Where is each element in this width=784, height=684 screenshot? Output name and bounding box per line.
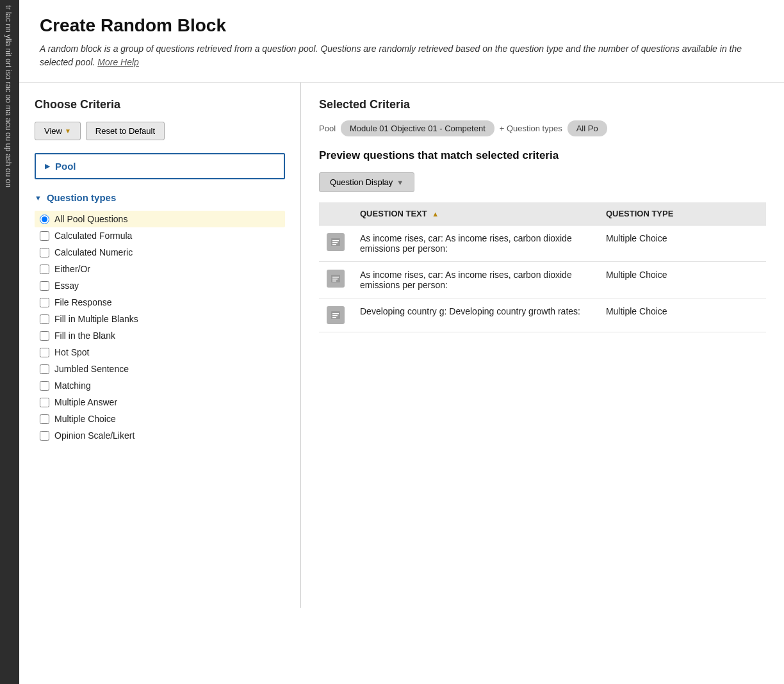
svg-rect-3 bbox=[332, 244, 336, 245]
question-types-section: ▼ Question types All Pool Questions Calc… bbox=[35, 187, 285, 444]
row-icon-cell bbox=[319, 298, 352, 332]
criteria-pills: Pool Module 01 Objective 01 - Competent … bbox=[319, 120, 766, 136]
choose-criteria-panel: Choose Criteria View ▼ Reset to Default … bbox=[19, 83, 301, 608]
essay-checkbox[interactable] bbox=[40, 281, 49, 291]
pool-label: Pool bbox=[319, 124, 336, 133]
multiple-choice-checkbox[interactable] bbox=[40, 414, 49, 424]
question-types-value-pill[interactable]: All Po bbox=[568, 120, 607, 136]
list-item[interactable]: Multiple Choice bbox=[35, 411, 285, 427]
main-content: Create Random Block A random block is a … bbox=[19, 0, 784, 684]
fill-in-blank-label[interactable]: Fill in the Blank bbox=[54, 330, 115, 341]
svg-rect-2 bbox=[332, 242, 338, 243]
col-header-question-type: QUESTION TYPE bbox=[598, 202, 766, 225]
jumbled-sentence-label[interactable]: Jumbled Sentence bbox=[54, 364, 129, 374]
question-display-arrow-icon: ▼ bbox=[396, 179, 404, 186]
calculated-numeric-checkbox[interactable] bbox=[40, 248, 49, 257]
either-or-checkbox[interactable] bbox=[40, 265, 49, 274]
list-item[interactable]: Matching bbox=[35, 377, 285, 394]
multiple-choice-label[interactable]: Multiple Choice bbox=[54, 414, 116, 424]
opinion-scale-checkbox[interactable] bbox=[40, 431, 49, 441]
question-icon-svg bbox=[331, 237, 341, 247]
row-icon-cell bbox=[319, 225, 352, 262]
svg-rect-7 bbox=[332, 281, 336, 282]
list-item[interactable]: Fill in the Blank bbox=[35, 327, 285, 344]
essay-label[interactable]: Essay bbox=[54, 281, 79, 291]
page-description: A random block is a group of questions r… bbox=[40, 42, 764, 69]
svg-rect-6 bbox=[332, 279, 338, 280]
pool-value-pill[interactable]: Module 01 Objective 01 - Competent bbox=[341, 120, 494, 136]
list-item[interactable]: Opinion Scale/Likert bbox=[35, 427, 285, 444]
calculated-numeric-label[interactable]: Calculated Numeric bbox=[54, 247, 133, 257]
left-nav: tr lac nn ylla nit ort iso rac oo ma acu… bbox=[0, 0, 19, 684]
fill-multiple-blanks-label[interactable]: Fill in Multiple Blanks bbox=[54, 314, 138, 324]
svg-rect-9 bbox=[332, 313, 339, 314]
svg-rect-11 bbox=[332, 317, 336, 318]
hot-spot-checkbox[interactable] bbox=[40, 348, 49, 357]
question-icon bbox=[327, 270, 345, 288]
jumbled-sentence-checkbox[interactable] bbox=[40, 364, 49, 374]
pool-section-header[interactable]: ▶ Pool bbox=[36, 154, 284, 178]
question-icon-svg bbox=[331, 273, 341, 284]
pool-triangle-icon: ▶ bbox=[45, 162, 50, 170]
questions-table: QUESTION TEXT ▲ QUESTION TYPE bbox=[319, 202, 766, 332]
fill-multiple-blanks-checkbox[interactable] bbox=[40, 314, 49, 324]
matching-label[interactable]: Matching bbox=[54, 380, 91, 391]
table-row: As income rises, car: As income rises, c… bbox=[319, 262, 766, 298]
table-row: As income rises, car: As income rises, c… bbox=[319, 225, 766, 262]
more-help-link[interactable]: More Help bbox=[97, 57, 139, 67]
row-question-type: Multiple Choice bbox=[598, 225, 766, 262]
reset-to-default-button[interactable]: Reset to Default bbox=[86, 122, 165, 140]
question-icon bbox=[327, 233, 345, 251]
fill-in-blank-checkbox[interactable] bbox=[40, 331, 49, 341]
col-header-question-text[interactable]: QUESTION TEXT ▲ bbox=[352, 202, 598, 225]
left-nav-text: tr lac nn ylla nit ort iso rac oo ma acu… bbox=[0, 0, 16, 193]
col-header-icon bbox=[319, 202, 352, 225]
question-types-list: All Pool Questions Calculated Formula Ca… bbox=[35, 211, 285, 444]
calculated-formula-label[interactable]: Calculated Formula bbox=[54, 231, 132, 241]
all-pool-questions-radio[interactable] bbox=[40, 215, 49, 224]
row-question-text: As income rises, car: As income rises, c… bbox=[352, 225, 598, 262]
matching-checkbox[interactable] bbox=[40, 381, 49, 391]
list-item[interactable]: Multiple Answer bbox=[35, 394, 285, 411]
svg-rect-1 bbox=[332, 240, 339, 241]
view-button[interactable]: View ▼ bbox=[35, 122, 81, 140]
list-item[interactable]: Jumbled Sentence bbox=[35, 361, 285, 377]
hot-spot-label[interactable]: Hot Spot bbox=[54, 347, 89, 357]
list-item[interactable]: Essay bbox=[35, 277, 285, 294]
list-item[interactable]: All Pool Questions bbox=[35, 211, 285, 227]
page-title: Create Random Block bbox=[40, 15, 764, 36]
questions-table-body: As income rises, car: As income rises, c… bbox=[319, 225, 766, 332]
question-icon-svg bbox=[331, 310, 341, 320]
all-pool-questions-label[interactable]: All Pool Questions bbox=[54, 214, 127, 224]
list-item[interactable]: Either/Or bbox=[35, 261, 285, 277]
body-layout: Choose Criteria View ▼ Reset to Default … bbox=[19, 83, 784, 608]
question-icon bbox=[327, 306, 345, 324]
calculated-formula-checkbox[interactable] bbox=[40, 231, 49, 241]
svg-rect-10 bbox=[332, 315, 338, 316]
row-question-text: Developing country g: Developing country… bbox=[352, 298, 598, 332]
list-item[interactable]: Hot Spot bbox=[35, 344, 285, 361]
list-item[interactable]: Fill in Multiple Blanks bbox=[35, 311, 285, 327]
list-item[interactable]: Calculated Numeric bbox=[35, 244, 285, 261]
choose-criteria-heading: Choose Criteria bbox=[35, 98, 285, 111]
toolbar-row: View ▼ Reset to Default bbox=[35, 122, 285, 140]
list-item[interactable]: Calculated Formula bbox=[35, 227, 285, 244]
question-display-button[interactable]: Question Display ▼ bbox=[319, 172, 414, 192]
sort-asc-icon[interactable]: ▲ bbox=[432, 210, 439, 218]
multiple-answer-checkbox[interactable] bbox=[40, 398, 49, 407]
file-response-checkbox[interactable] bbox=[40, 298, 49, 307]
row-question-type: Multiple Choice bbox=[598, 298, 766, 332]
pool-section-link[interactable]: Pool bbox=[55, 161, 76, 172]
list-item[interactable]: File Response bbox=[35, 294, 285, 311]
question-types-header[interactable]: ▼ Question types bbox=[35, 187, 285, 208]
opinion-scale-label[interactable]: Opinion Scale/Likert bbox=[54, 430, 135, 441]
either-or-label[interactable]: Either/Or bbox=[54, 264, 90, 274]
preview-section: Preview questions that match selected cr… bbox=[319, 149, 766, 332]
multiple-answer-label[interactable]: Multiple Answer bbox=[54, 397, 117, 407]
table-header-row: QUESTION TEXT ▲ QUESTION TYPE bbox=[319, 202, 766, 225]
view-chevron-icon: ▼ bbox=[65, 127, 71, 134]
qt-down-triangle-icon: ▼ bbox=[35, 194, 42, 202]
question-types-plus-label: + Question types bbox=[500, 124, 562, 133]
pool-section[interactable]: ▶ Pool bbox=[35, 153, 285, 179]
file-response-label[interactable]: File Response bbox=[54, 297, 112, 307]
